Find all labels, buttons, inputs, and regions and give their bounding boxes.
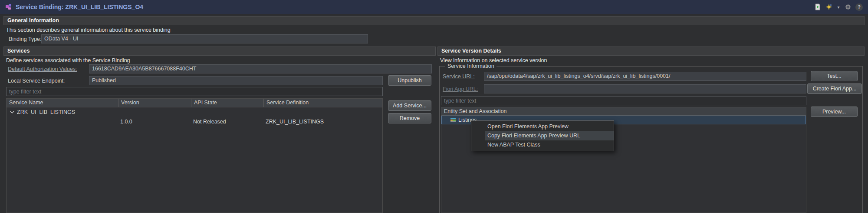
default-authorization-values-field[interactable]: 16618CAD9AEA30A5B876667088F40CHT xyxy=(89,64,432,73)
editor-title: Service Binding: ZRK_UI_LIB_LISTINGS_O4 xyxy=(16,3,143,10)
menu-item-copy-fiori-preview-url[interactable]: Copy Fiori Elements App Preview URL xyxy=(471,131,614,140)
service-information-group-title: Service Information xyxy=(445,63,496,69)
default-authorization-values-link[interactable]: Default Authorization Values: xyxy=(8,66,77,72)
local-service-endpoint-label: Local Service Endpoint: xyxy=(8,78,65,84)
chevron-down-icon[interactable]: ▾ xyxy=(836,3,841,11)
table-row-version[interactable]: 1.0.0 Not Released ZRK_UI_LIB_LISTINGS xyxy=(7,117,382,126)
table-row-root[interactable]: ZRK_UI_LIB_LISTINGS xyxy=(7,107,382,117)
menu-item-new-abap-test-class[interactable]: New ABAP Test Class xyxy=(471,140,614,150)
general-information-header: General Information xyxy=(3,16,865,25)
editor-toolbar: ▾ ? xyxy=(814,3,863,11)
services-table: Service Name Version API State Service D… xyxy=(6,98,383,213)
services-header: Services xyxy=(3,47,436,56)
services-description: Define services associated with the Serv… xyxy=(6,57,130,63)
service-binding-icon xyxy=(5,3,12,10)
service-version-details-description: View information on selected service ver… xyxy=(440,57,547,63)
column-header-api-state[interactable]: API State xyxy=(191,99,264,107)
service-binding-editor: Service Binding: ZRK_UI_LIB_LISTINGS_O4 … xyxy=(0,0,868,213)
context-menu: Open Fiori Elements App Preview Copy Fio… xyxy=(471,120,614,151)
binding-type-label: Binding Type: xyxy=(9,36,42,42)
local-service-endpoint-field[interactable]: Published xyxy=(89,76,383,85)
entity-set-tree-header[interactable]: Entity Set and Association xyxy=(441,107,806,116)
test-button[interactable]: Test... xyxy=(811,71,858,81)
general-information-description: This section describes general informati… xyxy=(6,27,171,33)
fiori-app-url-link[interactable]: Fiori App URL: xyxy=(443,86,478,92)
preview-button[interactable]: Preview... xyxy=(811,106,858,117)
api-state-cell: Not Released xyxy=(193,117,226,126)
service-url-field[interactable]: /sap/opu/odata4/sap/zrk_ui_lib_listings_… xyxy=(484,72,806,81)
editor-title-bar: Service Binding: ZRK_UI_LIB_LISTINGS_O4 … xyxy=(0,0,868,14)
column-header-version[interactable]: Version xyxy=(118,99,191,107)
service-url-link[interactable]: Service URL: xyxy=(443,73,475,80)
new-wizard-icon[interactable] xyxy=(825,3,833,11)
create-fiori-app-button[interactable]: Create Fiori App... xyxy=(807,83,862,94)
services-table-header: Service Name Version API State Service D… xyxy=(7,99,382,107)
chevron-down-icon[interactable] xyxy=(10,111,14,113)
binding-type-field[interactable]: OData V4 - UI xyxy=(41,34,368,43)
remove-button[interactable]: Remove xyxy=(388,113,431,123)
version-cell: 1.0.0 xyxy=(120,117,132,126)
column-header-service-name[interactable]: Service Name xyxy=(7,99,118,107)
menu-item-open-fiori-preview[interactable]: Open Fiori Elements App Preview xyxy=(471,122,614,131)
service-root-node-label: ZRK_UI_LIB_LISTINGS xyxy=(17,107,75,117)
fiori-app-url-field[interactable] xyxy=(484,84,806,93)
unpublish-button[interactable]: Unpublish xyxy=(388,75,431,86)
entity-set-filter-input[interactable] xyxy=(441,96,806,105)
services-filter-input[interactable] xyxy=(6,87,383,96)
column-header-service-definition[interactable]: Service Definition xyxy=(264,99,382,107)
entity-set-icon xyxy=(450,117,456,123)
help-icon[interactable]: ? xyxy=(855,3,863,11)
service-definition-cell: ZRK_UI_LIB_LISTINGS xyxy=(266,117,324,126)
service-version-details-header: Service Version Details xyxy=(437,47,865,56)
export-icon[interactable] xyxy=(814,3,822,11)
add-service-button[interactable]: Add Service... xyxy=(388,100,431,111)
settings-icon[interactable] xyxy=(844,3,852,11)
